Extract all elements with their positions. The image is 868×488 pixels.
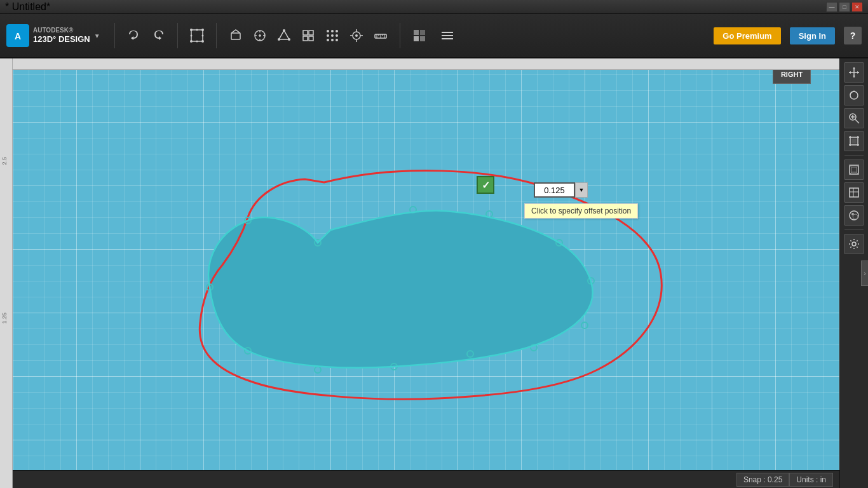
fit-view-icon (848, 135, 860, 147)
pan-button[interactable] (844, 62, 864, 83)
modify-icon (301, 28, 316, 43)
top-ruler (13, 58, 839, 70)
svg-line-19 (284, 30, 289, 39)
svg-point-31 (331, 34, 334, 37)
svg-point-27 (327, 30, 329, 32)
svg-point-20 (283, 29, 285, 32)
brand-name: AUTODESK® (33, 27, 90, 34)
svg-point-84 (853, 214, 858, 219)
svg-point-28 (331, 30, 334, 32)
layers-button[interactable] (436, 24, 459, 47)
wireframe-icon (848, 187, 860, 198)
perspective-button[interactable] (844, 159, 864, 180)
svg-point-22 (288, 38, 290, 41)
svg-point-34 (331, 39, 334, 41)
redo-icon (152, 29, 165, 42)
titlebar-controls: — □ ✕ (826, 2, 863, 12)
rotate-view-icon (848, 90, 860, 101)
logo-dropdown-icon[interactable]: ▼ (94, 32, 100, 39)
svg-point-5 (190, 40, 193, 43)
svg-point-6 (201, 40, 204, 43)
titlebar: * Untitled* — □ ✕ (0, 0, 868, 14)
divider-4 (400, 23, 400, 48)
select-tool-button[interactable] (186, 24, 208, 47)
view-label-text: RIGHT (781, 71, 803, 78)
panel-divider-1 (844, 155, 864, 156)
svg-rect-11 (231, 33, 240, 39)
pan-icon (848, 67, 860, 78)
pattern-icon (325, 28, 340, 43)
svg-marker-54 (853, 76, 855, 78)
svg-line-60 (855, 119, 859, 123)
svg-rect-79 (850, 188, 858, 197)
svg-point-21 (278, 38, 280, 41)
svg-point-4 (201, 29, 204, 31)
go-premium-button[interactable]: Go Premium (714, 27, 780, 44)
sign-in-button[interactable]: Sign In (790, 27, 835, 44)
rotate-view-button[interactable] (844, 85, 864, 105)
svg-rect-45 (420, 30, 425, 35)
pattern-button[interactable] (321, 24, 344, 47)
tools-group (224, 24, 392, 47)
svg-rect-25 (303, 36, 308, 41)
render-button[interactable] (844, 205, 864, 226)
svg-point-10 (201, 35, 203, 37)
measure-button[interactable] (369, 24, 392, 47)
help-button[interactable]: ? (844, 27, 862, 44)
undo-redo-group (123, 24, 170, 47)
svg-rect-26 (309, 36, 313, 41)
material-button[interactable] (408, 24, 431, 47)
snap-button[interactable] (345, 24, 368, 47)
offset-input[interactable] (534, 182, 575, 198)
svg-point-30 (327, 34, 329, 37)
layers-icon (440, 28, 455, 43)
offset-dropdown-button[interactable]: ▼ (575, 182, 588, 198)
offset-tooltip: Click to specify offset position (524, 203, 638, 219)
maximize-button[interactable]: □ (839, 2, 850, 12)
settings-button[interactable] (844, 234, 864, 254)
zoom-button[interactable] (844, 108, 864, 128)
svg-point-7 (196, 29, 198, 31)
settings-icon (848, 238, 860, 250)
perspective-icon (848, 164, 860, 175)
svg-point-37 (355, 34, 358, 37)
select-icon (189, 28, 205, 43)
ruler-mark-125: 1.25 (1, 313, 8, 324)
svg-marker-53 (853, 67, 855, 69)
divider-1 (114, 23, 115, 48)
primitives-button[interactable] (224, 24, 247, 47)
svg-point-3 (190, 29, 193, 31)
svg-point-29 (336, 30, 338, 32)
fit-view-button[interactable] (844, 131, 864, 151)
canvas-area[interactable]: ✓ ▼ Click to specify offset position RIG… (13, 58, 839, 488)
construct-icon (276, 28, 292, 43)
undo-button[interactable] (123, 24, 146, 47)
svg-rect-24 (309, 30, 313, 35)
svg-rect-46 (414, 36, 419, 41)
svg-point-32 (336, 34, 338, 37)
material-icon (412, 28, 427, 43)
titlebar-title: * Untitled* (5, 1, 50, 13)
main-area: 2.5 1.25 (0, 58, 868, 488)
panel-divider-2 (844, 229, 864, 230)
toolbar: A AUTODESK® 123D° DESIGN ▼ (0, 14, 868, 58)
divider-3 (216, 23, 217, 48)
statusbar: Snap : 0.25 Units : in (13, 470, 839, 488)
redo-button[interactable] (147, 24, 170, 47)
product-name: 123D° DESIGN (33, 34, 90, 44)
construct-button[interactable] (273, 24, 295, 47)
minimize-button[interactable]: — (826, 2, 837, 12)
svg-rect-44 (414, 30, 419, 35)
left-ruler: 2.5 1.25 (0, 58, 13, 488)
panel-collapse-tab[interactable]: › (861, 261, 868, 286)
svg-marker-56 (857, 71, 859, 74)
svg-point-8 (196, 41, 198, 43)
sketch-button[interactable] (248, 24, 271, 47)
wireframe-button[interactable] (844, 182, 864, 203)
confirm-button[interactable]: ✓ (477, 176, 494, 194)
canvas-svg (13, 58, 839, 488)
primitives-icon (228, 28, 243, 43)
modify-button[interactable] (297, 24, 320, 47)
close-button[interactable]: ✕ (851, 2, 863, 12)
offset-popup: ▼ (534, 182, 588, 198)
